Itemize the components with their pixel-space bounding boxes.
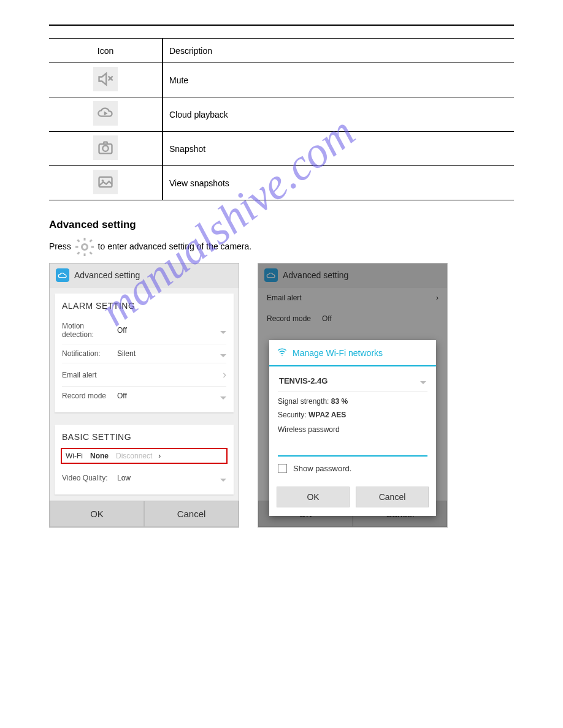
- app-cloud-icon: [56, 268, 69, 282]
- vq-label: Video Quality:: [62, 474, 117, 482]
- table-row: Cloud playback: [49, 97, 514, 132]
- cloud-play-icon: [93, 101, 118, 126]
- wifi-row-highlight: Wi-Fi None Disconnect ›: [61, 448, 228, 464]
- button-bar: OK Cancel: [50, 501, 239, 527]
- vq-value: Low: [117, 474, 220, 482]
- modal-cancel-button[interactable]: Cancel: [356, 487, 429, 507]
- modal-title: Manage Wi-Fi networks: [293, 348, 383, 358]
- wifi-label: Wi-Fi: [66, 452, 83, 460]
- motion-label: Motion detection:: [62, 322, 117, 339]
- basic-setting-card: BASIC SETTING Wi-Fi None Disconnect › Vi…: [55, 425, 234, 495]
- signal-value: 83 %: [331, 397, 348, 406]
- security-info: Security: WPA2 AES: [278, 411, 427, 419]
- svg-point-7: [82, 245, 87, 250]
- wifi-disconnect: Disconnect: [116, 452, 152, 460]
- basic-setting-heading: BASIC SETTING: [62, 432, 226, 442]
- table-row: Mute: [49, 63, 514, 97]
- gear-text-after: to enter advanced setting of the camera.: [98, 241, 252, 251]
- video-quality-row[interactable]: Video Quality: Low: [62, 469, 226, 487]
- svg-point-4: [102, 146, 108, 151]
- password-label: Wireless password: [278, 425, 427, 434]
- modal-ok-button[interactable]: OK: [277, 487, 350, 507]
- signal-label: Signal strength:: [278, 397, 331, 406]
- speaker-mute-icon: [93, 67, 118, 91]
- app-title-bar: Advanced setting: [50, 264, 239, 287]
- email-alert-label: Email alert: [62, 371, 223, 379]
- svg-point-8: [282, 355, 283, 356]
- notification-value: Silent: [117, 349, 220, 358]
- record-value: Off: [117, 392, 220, 400]
- show-password-row[interactable]: Show password.: [278, 464, 427, 473]
- table-header-desc: Description: [163, 39, 514, 63]
- icon-table: Icon Description Mute Cloud playback Sna…: [49, 38, 514, 200]
- show-password-label: Show password.: [293, 464, 351, 473]
- modal-button-bar: OK Cancel: [269, 480, 436, 516]
- security-label: Security:: [278, 411, 308, 419]
- dropdown-icon: [220, 331, 226, 334]
- signal-info: Signal strength: 83 %: [278, 397, 427, 406]
- motion-detection-row[interactable]: Motion detection: Off: [62, 317, 226, 344]
- table-cell-desc: View snapshots: [163, 166, 514, 200]
- record-mode-row[interactable]: Record mode Off: [62, 387, 226, 405]
- picture-icon: [93, 170, 118, 194]
- wifi-modal: Manage Wi-Fi networks TENVIS-2.4G Signal…: [269, 340, 436, 516]
- cancel-button[interactable]: Cancel: [144, 501, 239, 527]
- dropdown-icon: [220, 354, 226, 357]
- dropdown-icon: [220, 396, 226, 400]
- table-header-row: Icon Description: [49, 39, 514, 63]
- table-cell-desc: Mute: [163, 63, 514, 97]
- ssid-value: TENVIS-2.4G: [279, 376, 327, 385]
- table-row: View snapshots: [49, 166, 514, 200]
- gear-instruction: Press to enter advanced setting of the c…: [49, 236, 514, 258]
- chevron-right-icon: ›: [223, 368, 226, 381]
- notification-label: Notification:: [62, 349, 117, 358]
- chevron-right-icon: ›: [158, 452, 161, 460]
- gear-icon: [74, 236, 96, 258]
- camera-icon: [93, 135, 118, 160]
- gear-text-before: Press: [49, 241, 74, 251]
- table-cell-desc: Cloud playback: [163, 97, 514, 132]
- record-label: Record mode: [62, 392, 117, 400]
- alarm-setting-heading: ALARM SETTING: [62, 301, 226, 311]
- alarm-setting-card: ALARM SETTING Motion detection: Off Noti…: [55, 294, 234, 412]
- password-input[interactable]: [278, 439, 427, 457]
- checkbox-icon[interactable]: [278, 464, 287, 473]
- security-value: WPA2 AES: [308, 411, 346, 419]
- table-header-icon: Icon: [49, 39, 163, 63]
- notification-row[interactable]: Notification: Silent: [62, 344, 226, 363]
- section-heading: Advanced setting: [49, 219, 514, 231]
- modal-header: Manage Wi-Fi networks: [269, 340, 436, 366]
- dropdown-icon: [220, 479, 226, 482]
- wifi-value: None: [90, 452, 109, 460]
- screenshot-wifi-modal: Advanced setting Email alert › Record mo…: [258, 263, 448, 528]
- svg-marker-2: [104, 112, 108, 116]
- screenshot-advanced-setting: Advanced setting ALARM SETTING Motion de…: [49, 263, 239, 528]
- app-title-text: Advanced setting: [74, 270, 140, 280]
- table-row: Snapshot: [49, 132, 514, 166]
- dropdown-icon: [420, 381, 426, 384]
- table-cell-desc: Snapshot: [163, 132, 514, 166]
- ok-button[interactable]: OK: [50, 501, 144, 527]
- ssid-selector[interactable]: TENVIS-2.4G: [278, 373, 427, 392]
- wifi-row[interactable]: Wi-Fi None Disconnect ›: [66, 452, 223, 460]
- email-alert-row[interactable]: Email alert ›: [62, 363, 226, 387]
- wifi-icon: [277, 346, 288, 359]
- motion-value: Off: [117, 326, 220, 335]
- page-top-rule: [49, 25, 514, 26]
